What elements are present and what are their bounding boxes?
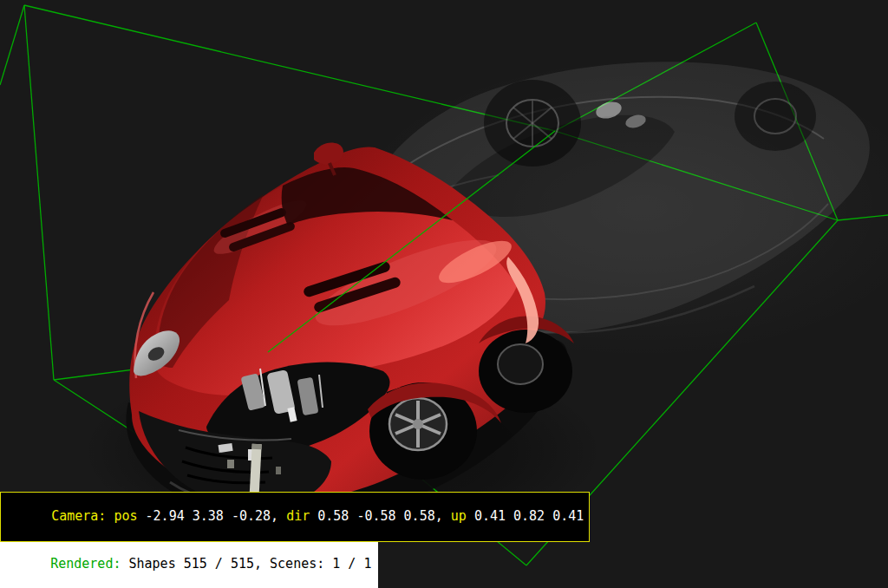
camera-pos-label: pos xyxy=(114,508,145,524)
render-window: Camera: pos -2.94 3.38 -0.28, dir 0.58 -… xyxy=(0,0,888,588)
debris-fragment xyxy=(276,467,281,474)
rendered-status-bar: Rendered: Shapes 515 / 515, Scenes: 1 / … xyxy=(0,542,378,588)
debris-fragment xyxy=(227,460,234,468)
camera-label: Camera: xyxy=(51,508,114,524)
rendered-label: Rendered: xyxy=(50,556,128,572)
camera-dir-label: dir xyxy=(286,508,317,524)
camera-dir-value: 0.58 -0.58 0.58, xyxy=(317,508,451,524)
rendered-value: Shapes 515 / 515, Scenes: 1 / 1 xyxy=(129,556,372,572)
camera-up-label: up xyxy=(451,508,474,524)
rim-hub xyxy=(413,419,423,429)
status-overlay: Camera: pos -2.94 3.38 -0.28, dir 0.58 -… xyxy=(0,492,590,588)
rear-rim xyxy=(498,344,543,384)
camera-status-box: Camera: pos -2.94 3.38 -0.28, dir 0.58 -… xyxy=(0,492,590,542)
camera-up-value: 0.41 0.82 0.41 xyxy=(474,508,584,524)
light-post-cap xyxy=(251,444,261,450)
camera-pos-value: -2.94 3.38 -0.28, xyxy=(146,508,287,524)
ghost-front-rim xyxy=(754,99,796,134)
